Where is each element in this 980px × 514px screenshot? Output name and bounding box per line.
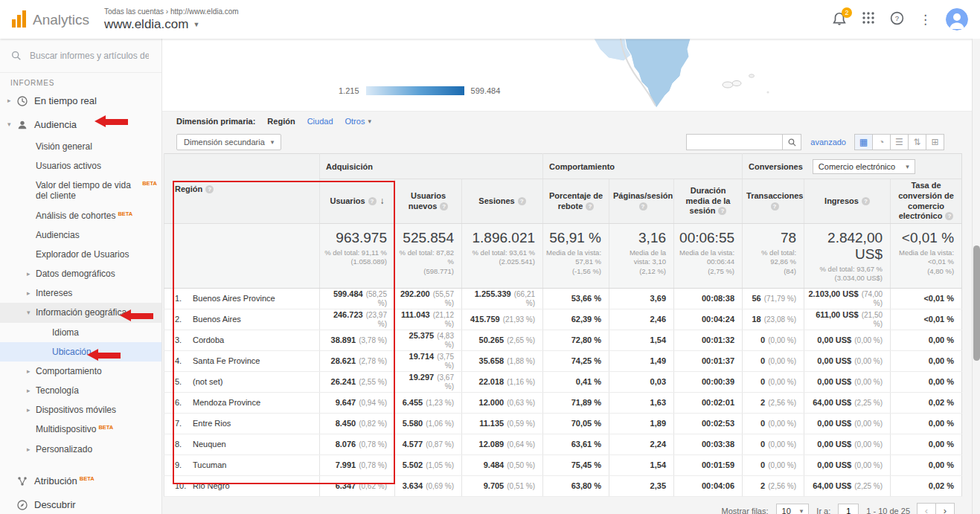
account-switcher[interactable]: Todas las cuentas › http://www.eldia.com… (104, 7, 239, 32)
chevron-right-icon[interactable]: ▸ (27, 269, 36, 278)
sidebar-item-audiencia[interactable]: ▾Audiencia (0, 113, 161, 137)
region-name[interactable]: Mendoza Province (193, 398, 260, 407)
region-name[interactable]: Buenos Aires Province (193, 294, 275, 303)
chevron-down-icon: ▾ (906, 163, 909, 170)
chevron-right-icon[interactable]: ▸ (7, 95, 16, 105)
table-search-button[interactable] (782, 134, 801, 150)
pivot-view-button[interactable]: ⊞ (926, 134, 944, 150)
sidebar-item-ubicacion[interactable]: Ubicación (0, 342, 161, 362)
dimension-tab-region[interactable]: Región (267, 117, 295, 126)
metric-cell: 38.891(3,78 %) (320, 330, 395, 350)
column-header-sesiones[interactable]: Sesiones? (462, 179, 543, 224)
region-name[interactable]: Tucuman (193, 460, 226, 469)
notifications-button[interactable]: 2 (831, 11, 848, 28)
column-header-rebote[interactable]: Porcentaje de rebote? (543, 179, 609, 224)
metric-cell: 70,05 % (543, 413, 609, 434)
sidebar-item-audiencias[interactable]: Audiencias (0, 225, 161, 245)
column-header-tasa-conversion[interactable]: Tasa de conversión de comercio electróni… (891, 179, 962, 224)
sidebar-item-dispositivos-moviles[interactable]: ▸Dispositivos móviles (0, 400, 161, 420)
argentina-map[interactable] (579, 39, 802, 112)
chevron-down-icon[interactable]: ▾ (27, 307, 36, 317)
table-view-button[interactable]: ▦ (854, 134, 873, 150)
chevron-right-icon[interactable]: ▸ (27, 385, 36, 395)
chevron-right-icon[interactable]: ▸ (27, 405, 36, 414)
sidebar-item-en-tiempo-real[interactable]: ▸En tiempo real (0, 89, 161, 113)
search-input[interactable] (30, 51, 149, 61)
region-name[interactable]: Buenos Aires (193, 315, 241, 324)
sidebar-search[interactable] (0, 39, 161, 73)
more-menu-button[interactable]: ⋮ (919, 13, 932, 26)
sidebar-item-descubrir[interactable]: Descubrir (0, 493, 161, 514)
percentage-view-button[interactable]: ◔ (872, 134, 891, 150)
chevron-right-icon[interactable]: ▸ (27, 366, 36, 376)
advanced-filter-link[interactable]: avanzado (810, 138, 846, 147)
secondary-dimension-button[interactable]: Dimensión secundaria▾ (176, 134, 281, 150)
metric-value: 19.714 (409, 352, 435, 361)
sidebar-item-intereses[interactable]: ▸Intereses (0, 283, 161, 303)
region-name[interactable]: Cordoba (193, 335, 224, 344)
region-name[interactable]: Rio Negro (193, 481, 230, 490)
column-header-usuarios-nuevos[interactable]: Usuarios nuevos? (395, 179, 462, 224)
column-header-ingresos[interactable]: Ingresos? (804, 179, 891, 224)
help-button[interactable]: ? (889, 10, 905, 29)
column-header-transacciones[interactable]: Transacciones? (743, 179, 804, 224)
comparison-view-button[interactable]: ⇅ (908, 134, 926, 150)
sidebar-item-explorador-de-usuarios[interactable]: Explorador de Usuarios (0, 245, 161, 264)
region-name[interactable]: Entre Rios (193, 419, 231, 428)
sidebar-item-comportamiento[interactable]: ▸Comportamiento (0, 362, 161, 381)
column-header-duracion[interactable]: Duración media de la sesión? (674, 179, 743, 224)
sidebar-item-usuarios-activos[interactable]: Usuarios activos (0, 156, 161, 176)
sidebar-item-personalizado[interactable]: ▸Personalizado (0, 440, 161, 459)
beta-badge: BETA (98, 424, 113, 431)
sidebar-item-atribucion[interactable]: AtribuciónBETA (0, 469, 161, 493)
scrollbar-thumb[interactable] (973, 245, 980, 361)
dimension-tab-ciudad[interactable]: Ciudad (307, 117, 333, 126)
sidebar-item-datos-demograficos[interactable]: ▸Datos demográficos (0, 264, 161, 283)
avatar[interactable] (946, 8, 968, 30)
chevron-right-icon[interactable]: ▸ (27, 288, 36, 298)
chevron-down-icon[interactable]: ▾ (7, 119, 16, 129)
column-header-usuarios[interactable]: Usuarios?↓ (320, 179, 395, 224)
chevron-right-icon[interactable]: ▸ (27, 444, 36, 454)
sidebar-item-idioma[interactable]: Idioma (0, 323, 161, 342)
vertical-scrollbar[interactable] (972, 39, 980, 514)
metric-cell: 246.723(23,97 %) (320, 309, 395, 330)
performance-view-button[interactable]: ☰ (890, 134, 909, 150)
help-icon[interactable]: ? (205, 185, 214, 193)
region-cell: 8.Neuquen (164, 434, 320, 454)
help-icon[interactable]: ? (639, 202, 647, 211)
help-icon[interactable]: ? (586, 202, 594, 211)
help-icon[interactable]: ? (718, 207, 726, 215)
prev-page-button[interactable]: ‹ (917, 503, 936, 514)
help-icon[interactable]: ? (771, 202, 779, 211)
region-column-header[interactable]: Región? (164, 154, 320, 224)
sidebar-item-analisis-de-cohortes[interactable]: Análisis de cohortesBETA (0, 206, 161, 225)
next-page-button[interactable]: › (935, 503, 955, 514)
help-icon[interactable]: ? (368, 197, 377, 205)
conversion-type-select[interactable]: Comercio electrónico▾ (813, 159, 915, 174)
goto-page-input[interactable] (838, 504, 859, 514)
sidebar-item-tecnologia[interactable]: ▸Tecnología (0, 381, 161, 400)
region-name[interactable]: (not set) (193, 377, 222, 386)
metric-cell: 12.089(0,64 %) (462, 434, 543, 454)
sort-desc-icon[interactable]: ↓ (380, 196, 385, 206)
sidebar-item-vision-general[interactable]: Visión general (0, 137, 161, 156)
sidebar-item-multidispositivo[interactable]: MultidispositivoBETA (0, 420, 161, 439)
metric-percent: (0,00 %) (768, 336, 796, 344)
rows-per-page-select[interactable]: 10▾ (776, 504, 810, 514)
table-search-input[interactable] (686, 134, 783, 150)
metric-cell: 75,45 % (543, 454, 609, 475)
help-icon[interactable]: ? (862, 197, 870, 205)
sidebar-item-valor-del-tiempo-de-vida-del-cliente[interactable]: Valor del tiempo de vida del clienteBETA (0, 176, 161, 205)
help-icon[interactable]: ? (945, 212, 953, 220)
metric-value: 12.000 (479, 398, 505, 407)
help-icon[interactable]: ? (518, 197, 526, 205)
sidebar-item-label: En tiempo real (34, 95, 97, 106)
dimension-tab-otros[interactable]: Otros▾ (345, 117, 371, 126)
column-header-paginas-sesion[interactable]: Páginas/sesión? (609, 179, 674, 224)
help-icon[interactable]: ? (440, 202, 448, 211)
apps-grid-button[interactable] (862, 11, 875, 28)
region-name[interactable]: Santa Fe Province (193, 356, 260, 365)
sidebar-item-informacion-geografica[interactable]: ▾Información geográfica (0, 303, 161, 322)
region-name[interactable]: Neuquen (193, 440, 226, 449)
